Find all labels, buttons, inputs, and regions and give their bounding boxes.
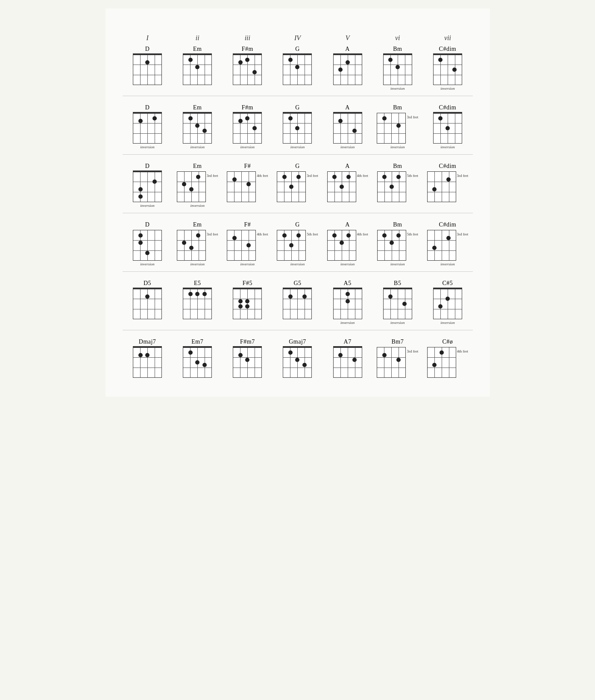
chord-grid-container [233,54,262,85]
chord-dot [402,302,407,306]
inversion-label: inversion [190,203,205,208]
chord-dot [438,304,443,309]
chord-dot [288,350,293,355]
chord-name: Bm [393,104,402,111]
chord-grid-container [277,230,306,261]
inversion-label: inversion [340,262,355,266]
chord-wrapper: 3rd fret [277,171,318,202]
chord-dot [295,358,299,362]
chord-dot [232,177,237,182]
inversion-label: inversion [240,145,255,149]
chord-grid-container [177,171,206,202]
section-divider [123,96,473,96]
inversion-label: inversion [190,262,205,266]
chord-item: Dinversion [123,103,173,151]
chord-grid [283,288,312,319]
chord-item: G5th fretinversion [273,220,322,268]
chord-grid-container [183,54,212,85]
inversion-label: inversion [190,145,205,149]
chord-dot [432,187,437,191]
chord-item: F#4th fret [223,161,273,204]
chord-grid [277,230,306,261]
chord-grid [327,171,356,202]
chord-grid-container [327,171,356,202]
chord-wrapper: 3rd fret [177,171,218,202]
chord-item: G3rd fret [273,161,322,204]
chord-item: E5 [173,278,223,321]
chord-grid [433,113,462,144]
chord-dot [289,185,293,189]
fret-label: 3rd fret [457,174,469,178]
inversion-label: inversion [440,86,455,91]
chord-dot [296,175,301,179]
chord-grid-container [233,347,262,378]
chord-name: A [345,104,350,111]
chord-item: Eminversion [173,103,223,151]
chord-wrapper [133,54,162,85]
chord-grid-container [427,347,456,378]
inversion-label: inversion [140,203,155,208]
inversion-label: inversion [390,145,405,149]
chord-grid [377,113,406,144]
chord-item: A [322,44,372,87]
inversion-label: inversion [140,145,155,149]
chord-grid [233,113,262,144]
chord-name: F#m [242,46,253,53]
chord-wrapper [183,113,212,144]
chord-grid [133,347,162,378]
chord-dot [302,363,307,367]
chord-item: G5 [273,278,322,321]
chord-wrapper [333,54,362,85]
chord-wrapper [233,54,262,85]
chord-grid-container [333,54,362,85]
chord-dot [202,363,207,367]
chord-grid-container [183,113,212,144]
chord-grid-container [133,113,162,144]
chord-dot [289,243,293,247]
chord-grid [177,230,206,261]
chord-item: C#diminversion [422,44,472,92]
chord-dot [145,251,149,255]
fret-label: 4th fret [457,349,468,353]
chord-dot [138,194,143,199]
chord-dot [288,58,293,62]
chord-dot [195,292,199,296]
chord-wrapper: 4th fret [227,171,268,202]
chord-item: B5inversion [372,278,422,326]
fret-label: 5th fret [407,174,418,178]
chord-item: C#diminversion [422,103,472,151]
chord-grid [283,347,312,378]
chord-name: F# [244,163,251,170]
chord-dot [440,350,444,355]
chord-dot [432,246,437,250]
roman-numeral-label: iii [223,34,273,42]
chord-name: G5 [293,280,301,287]
chord-dot [396,124,401,128]
chord-name: F#5 [243,280,252,287]
chord-item: C#ø4th fret [422,337,472,379]
chord-dot [396,65,400,69]
chord-dot [189,187,193,191]
chord-item: Em [173,44,223,87]
section-divider [123,154,473,155]
chord-dot [182,182,186,186]
chord-name: A7 [344,338,352,345]
chord-wrapper: 3rd fret [427,230,469,261]
chord-dot [295,126,299,130]
chord-item: A4th fretinversion [322,220,372,268]
chord-name: F# [244,221,251,228]
chord-dot [388,294,393,299]
chord-grid [433,54,462,85]
chord-item: Em3rd fretinversion [173,161,223,209]
chord-dot [196,233,200,238]
chord-grid-container [433,113,462,144]
chord-wrapper [283,54,312,85]
chord-grid [383,288,412,319]
chord-wrapper: 4th fret [427,347,468,378]
chord-wrapper [383,54,412,85]
roman-numeral-label: IV [273,34,322,42]
chord-grid [377,347,406,378]
inversion-label: inversion [440,321,455,325]
chord-dot [245,304,249,309]
chord-grid-container [427,171,456,202]
